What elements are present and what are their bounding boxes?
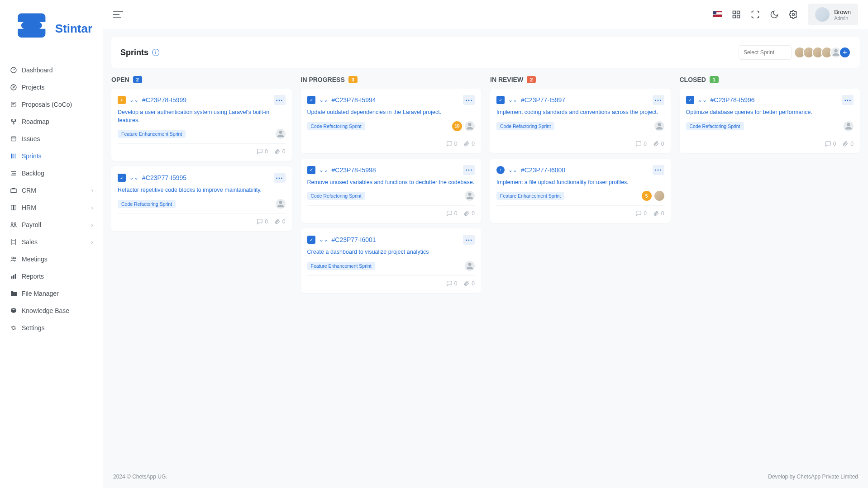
menu-toggle-icon[interactable] [113, 9, 124, 19]
reports-icon [10, 273, 17, 280]
app-logo[interactable]: Stintar [0, 0, 103, 58]
card-description[interactable]: Refactor repetitive code blocks to impro… [118, 186, 286, 194]
card-menu-button[interactable]: ⋯ [463, 235, 475, 245]
fullscreen-icon[interactable] [751, 10, 760, 19]
card-description[interactable]: Develop a user authentication system usi… [118, 109, 286, 124]
sprint-select[interactable] [739, 45, 792, 60]
sprint-card[interactable]: ✓ ⌄⌄ #C23P77-I5995 ⋯ Refactor repetitive… [111, 166, 292, 231]
card-description[interactable]: Optimize database queries for better per… [686, 109, 854, 117]
comments-count[interactable]: 0 [635, 141, 647, 147]
card-id[interactable]: #C23P77-I6000 [521, 166, 565, 174]
sprint-card[interactable]: + ⌄⌄ #C23P78-I5999 ⋯ Develop a user auth… [111, 89, 292, 161]
card-menu-button[interactable]: ⋯ [463, 95, 475, 105]
comments-count[interactable]: 0 [446, 280, 458, 287]
svg-rect-12 [14, 205, 16, 210]
card-menu-button[interactable]: ⋯ [842, 95, 854, 105]
card-description[interactable]: Implement coding standards and conventio… [496, 109, 664, 117]
card-menu-button[interactable]: ⋯ [274, 95, 286, 105]
task-type-icon: ✓ [307, 96, 315, 104]
comments-count[interactable]: 0 [825, 141, 836, 147]
assignee-placeholder-icon[interactable] [844, 121, 854, 131]
card-id[interactable]: #C23P78-I5996 [711, 96, 755, 104]
sprint-card[interactable]: ✓ ⌄⌄ #C23P77-I5997 ⋯ Implement coding st… [490, 89, 671, 153]
info-icon[interactable]: i [152, 49, 159, 56]
card-id[interactable]: #C23P77-I5997 [521, 96, 565, 104]
sidebar-item-file-manager[interactable]: File Manager [5, 285, 98, 302]
attachments-count[interactable]: 0 [653, 210, 664, 217]
sprint-card[interactable]: ✓ ⌄⌄ #C23P78-I5998 ⋯ Remove unused varia… [301, 159, 482, 223]
sprint-tag[interactable]: Code Refactoring Sprint [307, 192, 365, 200]
sidebar-item-reports[interactable]: Reports [5, 268, 98, 285]
attachments-count[interactable]: 0 [463, 141, 475, 147]
sidebar-item-roadmap[interactable]: Roadmap [5, 113, 98, 130]
comments-count[interactable]: 0 [446, 210, 458, 217]
sprint-tag[interactable]: Feature Enhancement Sprint [307, 262, 375, 270]
app-name: Stintar [55, 22, 92, 36]
card-id[interactable]: #C23P78-I5994 [332, 96, 376, 104]
attachments-count[interactable]: 0 [842, 141, 854, 147]
sidebar-item-dashboard[interactable]: Dashboard [5, 62, 98, 79]
attachments-count[interactable]: 0 [463, 280, 475, 287]
sidebar-item-hrm[interactable]: HRM› [5, 199, 98, 216]
assignee-placeholder-icon[interactable] [276, 129, 286, 139]
sidebar-item-proposals-coco-[interactable]: Proposals (CoCo) [5, 96, 98, 113]
assignee-placeholder-icon[interactable] [465, 261, 475, 271]
sprint-tag[interactable]: Code Refactoring Sprint [307, 122, 365, 130]
comments-count[interactable]: 0 [635, 210, 647, 217]
attachments-count[interactable]: 0 [274, 148, 286, 155]
chevron-right-icon: › [91, 187, 93, 194]
sidebar-item-payroll[interactable]: Payroll› [5, 216, 98, 233]
sprint-tag[interactable]: Code Refactoring Sprint [496, 122, 554, 130]
add-member-button[interactable]: + [839, 47, 851, 58]
card-description[interactable]: Implement a file upload functionality fo… [496, 179, 664, 187]
apps-grid-icon[interactable] [732, 10, 741, 19]
card-id[interactable]: #C23P77-I6001 [332, 236, 376, 243]
sidebar-item-sales[interactable]: Sales› [5, 233, 98, 251]
sidebar-item-meetings[interactable]: Meetings [5, 251, 98, 268]
sprint-card[interactable]: ↑ ⌄⌄ #C23P77-I6000 ⋯ Implement a file up… [490, 159, 671, 223]
comments-count[interactable]: 0 [257, 148, 268, 155]
sidebar-item-knowledge-base[interactable]: Knowledge Base [5, 302, 98, 319]
sidebar-item-label: Roadmap [22, 118, 49, 125]
sidebar: Stintar DashboardProjectsProposals (CoCo… [0, 0, 103, 488]
card-menu-button[interactable]: ⋯ [653, 165, 664, 175]
sprint-card[interactable]: ✓ ⌄⌄ #C23P78-I5994 ⋯ Update outdated dep… [301, 89, 482, 153]
attachments-count[interactable]: 0 [463, 210, 475, 217]
sprint-card[interactable]: ✓ ⌄⌄ #C23P77-I6001 ⋯ Create a dashboard … [301, 228, 482, 293]
assignee-avatar[interactable] [654, 191, 664, 201]
card-description[interactable]: Create a dashboard to visualize project … [307, 248, 475, 256]
sprint-tag[interactable]: Code Refactoring Sprint [118, 200, 176, 208]
card-id[interactable]: #C23P77-I5995 [142, 174, 186, 181]
assignee-placeholder-icon[interactable] [465, 191, 475, 201]
comments-count[interactable]: 0 [257, 218, 268, 225]
card-menu-button[interactable]: ⋯ [274, 173, 286, 183]
attachments-count[interactable]: 0 [653, 141, 664, 147]
sidebar-item-issues[interactable]: Issues [5, 130, 98, 147]
attachments-count[interactable]: 0 [274, 218, 286, 225]
assignee-placeholder-icon[interactable] [654, 121, 664, 131]
sidebar-item-settings[interactable]: Settings [5, 319, 98, 336]
comments-count[interactable]: 0 [446, 141, 458, 147]
sprint-tag[interactable]: Code Refactoring Sprint [686, 122, 744, 130]
sidebar-item-crm[interactable]: CRM› [5, 182, 98, 199]
sprint-card[interactable]: ✓ ⌄⌄ #C23P78-I5996 ⋯ Optimize database q… [680, 89, 860, 153]
sidebar-item-backlog[interactable]: Backlog [5, 165, 98, 182]
card-description[interactable]: Remove unused variables and functions to… [307, 179, 475, 187]
dark-mode-icon[interactable] [770, 10, 779, 19]
card-id[interactable]: #C23P78-I5999 [142, 96, 186, 104]
assignee-placeholder-icon[interactable] [276, 199, 286, 209]
sidebar-item-projects[interactable]: Projects [5, 79, 98, 96]
column-header: OPEN2 [111, 76, 292, 83]
card-description[interactable]: Update outdated dependencies in the Lara… [307, 109, 475, 117]
user-menu[interactable]: Brown Admin [808, 4, 858, 25]
card-menu-button[interactable]: ⋯ [463, 165, 475, 175]
roadmap-icon [10, 118, 17, 125]
language-flag-icon[interactable] [713, 11, 722, 18]
assignee-placeholder-icon[interactable] [465, 121, 475, 131]
settings-icon[interactable] [789, 10, 798, 19]
card-menu-button[interactable]: ⋯ [653, 95, 664, 105]
sidebar-item-sprints[interactable]: Sprints [5, 147, 98, 165]
sprint-tag[interactable]: Feature Enhancement Sprint [118, 130, 186, 138]
sprint-tag[interactable]: Feature Enhancement Sprint [496, 192, 564, 200]
card-id[interactable]: #C23P78-I5998 [332, 166, 376, 174]
